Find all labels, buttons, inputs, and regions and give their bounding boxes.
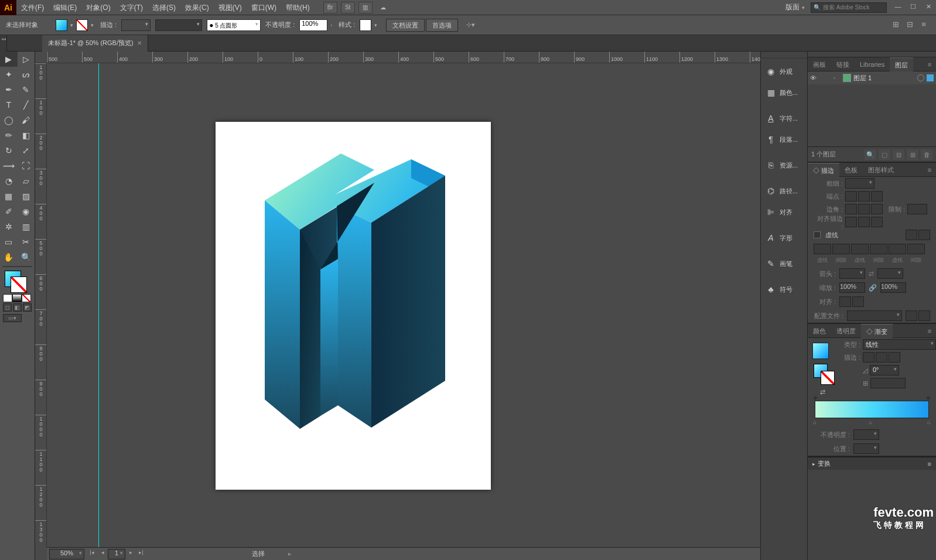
menu-view[interactable]: 视图(V) (214, 0, 247, 15)
arrow-align-2[interactable] (852, 296, 864, 307)
gradient-tool[interactable]: ▨ (18, 189, 35, 204)
tab-graphicstyles[interactable]: 图形样式 (863, 163, 899, 177)
screen-mode[interactable]: ▭▾ (3, 314, 22, 322)
dock-pathfinder[interactable]: ⌬路径... (761, 180, 807, 202)
next-artboard[interactable]: ▸ (125, 549, 136, 559)
prefs-button[interactable]: 首选项 (426, 19, 458, 32)
align-stroke-center[interactable] (845, 217, 857, 227)
color-mode-none[interactable] (22, 294, 31, 302)
line-tool[interactable]: ╱ (18, 97, 35, 112)
tab-transparency[interactable]: 透明度 (831, 324, 861, 338)
gradient-stop-mid[interactable]: ⌂ (869, 419, 873, 425)
corner-round[interactable] (858, 204, 870, 214)
profile-flip-x[interactable] (906, 310, 917, 321)
workspace-switcher[interactable]: 版面▾ (780, 2, 811, 12)
dash-preserve[interactable] (906, 230, 917, 240)
ruler-horizontal[interactable]: 5005004003002001000100200300400500600700… (47, 52, 760, 63)
zoom-level[interactable]: 50% (49, 549, 84, 559)
panel-menu-icon[interactable]: ≡ (918, 20, 929, 30)
tab-gradient[interactable]: ◇ 渐变 (861, 324, 893, 338)
stroke-weight[interactable] (121, 19, 151, 31)
dock-character[interactable]: A字符... (761, 108, 807, 129)
grad-stroke[interactable] (821, 371, 835, 385)
style-swatch[interactable] (360, 19, 371, 31)
menu-select[interactable]: 选择(S) (148, 0, 180, 15)
rotate-tool[interactable]: ↻ (0, 143, 18, 158)
grad-stroke-2[interactable] (876, 352, 887, 363)
reverse-gradient[interactable]: ⇄ (808, 388, 837, 396)
stroke-profile[interactable]: ● 5 点圆形 (207, 19, 261, 31)
arrow-end[interactable] (877, 268, 903, 279)
dash-1[interactable] (814, 244, 831, 254)
delete-layer[interactable]: 🗑 (921, 149, 932, 160)
grad-type-field[interactable]: 线性 (863, 339, 936, 350)
dock-align[interactable]: ⊫对齐 (761, 202, 807, 223)
dash-2[interactable] (851, 244, 869, 254)
paintbrush-tool[interactable]: 🖌 (18, 112, 35, 128)
scale-tool[interactable]: ⤢ (18, 143, 35, 158)
close-button[interactable]: ✕ (921, 3, 936, 12)
locate-object[interactable]: 🔍 (865, 149, 876, 160)
expand-icon[interactable]: › (833, 75, 841, 81)
canvas[interactable] (47, 63, 760, 547)
stroke-weight-field[interactable] (845, 178, 874, 189)
dock-appearance[interactable]: ◉外观 (761, 61, 807, 82)
shaper-tool[interactable]: ✏ (0, 128, 18, 143)
width-tool[interactable]: ⟿ (0, 158, 18, 173)
toolbox-toggle[interactable]: ◂◂ (0, 35, 7, 52)
visibility-icon[interactable]: 👁 (810, 74, 821, 81)
rectangle-tool[interactable]: ◯ (0, 112, 18, 128)
corner-miter[interactable] (845, 204, 857, 214)
artboard-tool[interactable]: ▭ (0, 234, 18, 250)
grad-stroke-3[interactable] (889, 352, 900, 363)
tab-swatches[interactable]: 色板 (839, 163, 863, 177)
arrow-start[interactable] (839, 268, 865, 279)
snap-icon[interactable]: ⊟ (904, 20, 915, 30)
brush-def[interactable] (155, 19, 202, 31)
pen-tool[interactable]: ✒ (0, 82, 18, 97)
cap-round[interactable] (858, 191, 870, 202)
grad-opacity-field[interactable] (853, 429, 879, 440)
ruler-origin[interactable] (35, 52, 47, 63)
blend-tool[interactable]: ◉ (18, 204, 35, 219)
stroke-swatch[interactable] (76, 19, 88, 31)
opacity-value[interactable]: 100% (299, 19, 327, 31)
layers-panel-menu[interactable]: ≡ (923, 57, 936, 71)
last-artboard[interactable]: ▸| (136, 549, 146, 559)
tab-layers[interactable]: 图层 (890, 57, 913, 71)
stroke-profile-field[interactable] (847, 310, 902, 321)
dock-brushes[interactable]: ✎画笔 (761, 253, 807, 274)
graph-tool[interactable]: ▥ (18, 219, 35, 234)
align-stroke-outside[interactable] (871, 217, 883, 227)
curvature-tool[interactable]: ✎ (18, 82, 35, 97)
first-artboard[interactable]: |◂ (87, 549, 97, 559)
document-tab[interactable]: 未标题-1* @ 50% (RGB/预览) ✕ (42, 35, 148, 52)
gradient-panel-menu[interactable]: ≡ (923, 324, 936, 337)
type-tool[interactable]: T (0, 97, 18, 112)
draw-normal[interactable]: ◻ (3, 303, 12, 312)
dock-color[interactable]: ▦颜色... (761, 82, 807, 103)
menu-file[interactable]: 文件(F) (16, 0, 49, 15)
gap-2[interactable] (870, 244, 887, 254)
mesh-tool[interactable]: ▦ (0, 189, 18, 204)
menu-effect[interactable]: 效果(C) (180, 0, 214, 15)
grad-angle[interactable]: 0° (870, 365, 899, 375)
ruler-vertical[interactable]: 1001002003004005006007008009001000110012… (35, 63, 47, 547)
arrow-align-1[interactable] (839, 296, 851, 307)
color-mode-gradient[interactable] (12, 294, 22, 302)
menu-window[interactable]: 窗口(W) (247, 0, 281, 15)
tab-artboards[interactable]: 画板 (808, 57, 831, 71)
stroke-color[interactable] (11, 276, 27, 293)
layer-name[interactable]: 图层 1 (853, 74, 915, 83)
prev-artboard[interactable]: ◂ (97, 549, 108, 559)
gradient-preview[interactable] (812, 343, 829, 359)
symbol-sprayer-tool[interactable]: ✲ (0, 219, 18, 234)
eyedropper-tool[interactable]: ✐ (0, 204, 18, 219)
maximize-button[interactable]: ☐ (906, 3, 921, 12)
hand-tool[interactable]: ✋ (0, 250, 18, 265)
cap-square[interactable] (871, 191, 883, 202)
new-sublayer[interactable]: ⊟ (893, 149, 904, 160)
perspective-tool[interactable]: ▱ (18, 173, 35, 189)
fill-stroke-indicator[interactable] (0, 268, 35, 294)
gap-3[interactable] (907, 244, 925, 254)
